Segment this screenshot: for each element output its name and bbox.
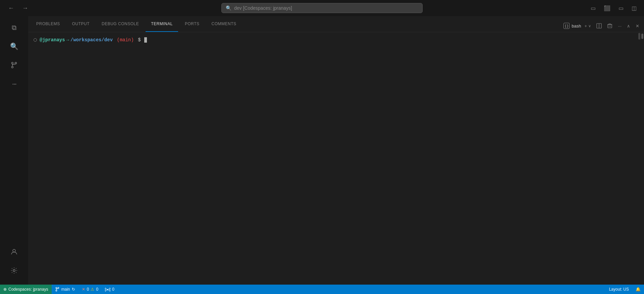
notification-icon: 🔔 (636, 287, 641, 292)
branch-icon (55, 287, 60, 292)
terminal-cursor (144, 37, 147, 43)
split-icon (596, 23, 602, 29)
settings-icon (10, 267, 18, 274)
chevron-down-icon: ∨ (588, 24, 591, 28)
forward-button[interactable]: → (19, 3, 31, 13)
tab-ports[interactable]: PORTS (179, 16, 205, 32)
sidebar-item-explorer[interactable]: ⧉ (5, 19, 23, 36)
sidebar-item-source-control[interactable] (5, 56, 23, 74)
terminal-branch-paren-close: ) (131, 36, 133, 44)
panel-scrollbar[interactable] (641, 32, 644, 285)
error-icon: ✕ (82, 287, 85, 292)
terminal-branch-open (114, 36, 117, 44)
titlebar: ← → 🔍 dev [Codespaces: jpranays] ▭ ⬛ ▭ ◫ (0, 0, 644, 16)
statusbar-broadcast[interactable]: 0 (102, 285, 118, 294)
svg-point-13 (58, 287, 59, 289)
statusbar-layout[interactable]: Layout: US (606, 285, 632, 294)
split-terminal-button[interactable] (594, 22, 604, 30)
bash-text: bash (572, 23, 581, 29)
titlebar-actions: ▭ ⬛ ▭ ◫ (589, 4, 639, 13)
svg-point-0 (12, 62, 13, 64)
svg-rect-7 (608, 24, 612, 28)
terminal-wrapper: @jpranays → /workspaces/dev ( main ) $ (28, 32, 644, 285)
more-actions-button[interactable]: ··· (616, 22, 624, 30)
warning-count: 0 (96, 287, 98, 292)
add-terminal-button[interactable]: + ∨ (583, 22, 593, 30)
terminal-prompt-symbol: $ (135, 36, 144, 44)
add-icon: + (585, 23, 587, 29)
search-icon: 🔍 (226, 5, 231, 11)
terminal-scrollbar-thumb (638, 33, 640, 40)
svg-point-2 (15, 62, 17, 64)
svg-point-12 (56, 290, 57, 291)
sidebar-item-account[interactable] (5, 243, 23, 260)
trash-icon (607, 23, 612, 29)
tab-debug-console[interactable]: DEBUG CONSOLE (96, 16, 144, 32)
bash-label: { } bash (564, 23, 581, 29)
panel-tabs: PROBLEMS OUTPUT DEBUG CONSOLE TERMINAL P… (28, 16, 644, 32)
warning-icon: ⚠ (91, 287, 94, 292)
toggle-primary-sidebar-button[interactable]: ▭ (589, 4, 598, 13)
panel-tab-actions: { } bash + ∨ (564, 22, 644, 32)
search-text: dev [Codespaces: jpranays] (234, 5, 292, 11)
sync-icon: ↻ (72, 287, 75, 292)
tab-output[interactable]: OUTPUT (67, 16, 95, 32)
svg-point-3 (13, 249, 15, 252)
error-count: 0 (87, 287, 89, 292)
tab-comments[interactable]: COMMENTS (206, 16, 242, 32)
main-layout: ⧉ 🔍 ··· (0, 16, 644, 285)
statusbar: ⊗ Codespaces: jpranays main ↻ ✕ 0 ⚠ 0 (0, 285, 644, 294)
statusbar-errors[interactable]: ✕ 0 ⚠ 0 (78, 285, 102, 294)
tab-problems[interactable]: PROBLEMS (31, 16, 65, 32)
statusbar-branch[interactable]: main ↻ (52, 285, 78, 294)
terminal-path: /workspaces/dev (70, 36, 113, 44)
terminal-dot (34, 38, 37, 42)
copy-icon: ⧉ (12, 24, 16, 32)
terminal-arrow: → (66, 36, 69, 44)
panel-collapse-button[interactable]: ∧ (625, 22, 632, 30)
back-button[interactable]: ← (5, 3, 17, 13)
statusbar-codespace[interactable]: ⊗ Codespaces: jpranays (0, 285, 52, 294)
svg-point-11 (56, 287, 57, 289)
toggle-secondary-sidebar-button[interactable]: ▭ (616, 4, 626, 13)
panel-close-button[interactable]: ✕ (634, 22, 641, 30)
terminal-user: @jpranays (40, 36, 65, 44)
codespace-icon: ⊗ (3, 287, 7, 292)
branch-label: main (61, 287, 70, 292)
terminal-content[interactable]: @jpranays → /workspaces/dev ( main ) $ (28, 32, 641, 285)
activity-bar-bottom (5, 243, 23, 282)
broadcast-icon (105, 287, 110, 292)
statusbar-right: Layout: US 🔔 (606, 285, 644, 294)
sidebar-item-extensions[interactable]: ··· (5, 75, 23, 93)
tab-terminal[interactable]: TERMINAL (146, 16, 178, 32)
kill-terminal-button[interactable] (605, 22, 614, 30)
terminal-line: @jpranays → /workspaces/dev ( main ) $ (34, 36, 635, 44)
statusbar-notification[interactable]: 🔔 (632, 285, 644, 294)
bash-icon: { } (564, 23, 570, 29)
customize-layout-button[interactable]: ◫ (630, 4, 639, 13)
terminal-scrollbar[interactable] (638, 32, 641, 285)
codespace-label: Codespaces: jpranays (8, 287, 48, 292)
broadcast-count: 0 (112, 287, 114, 292)
svg-point-1 (12, 66, 13, 68)
search-bar[interactable]: 🔍 dev [Codespaces: jpranays] (221, 3, 423, 13)
toggle-panel-button[interactable]: ⬛ (602, 4, 612, 13)
terminal-branch-paren-open: ( (117, 36, 119, 44)
sidebar-item-settings[interactable] (5, 262, 23, 279)
terminal-branch-name: main (120, 36, 131, 44)
layout-label: Layout: US (609, 287, 629, 292)
activity-bar: ⧉ 🔍 ··· (0, 16, 28, 285)
titlebar-nav: ← → (5, 3, 31, 13)
account-icon (10, 248, 18, 255)
sidebar-item-search[interactable]: 🔍 (5, 38, 23, 55)
panel-scroll-thumb (641, 34, 643, 39)
svg-point-4 (13, 270, 15, 272)
panel-area: PROBLEMS OUTPUT DEBUG CONSOLE TERMINAL P… (28, 16, 644, 285)
statusbar-left: ⊗ Codespaces: jpranays main ↻ ✕ 0 ⚠ 0 (0, 285, 118, 294)
source-control-icon (10, 61, 18, 69)
search-icon: 🔍 (10, 42, 18, 50)
svg-point-14 (107, 289, 108, 290)
